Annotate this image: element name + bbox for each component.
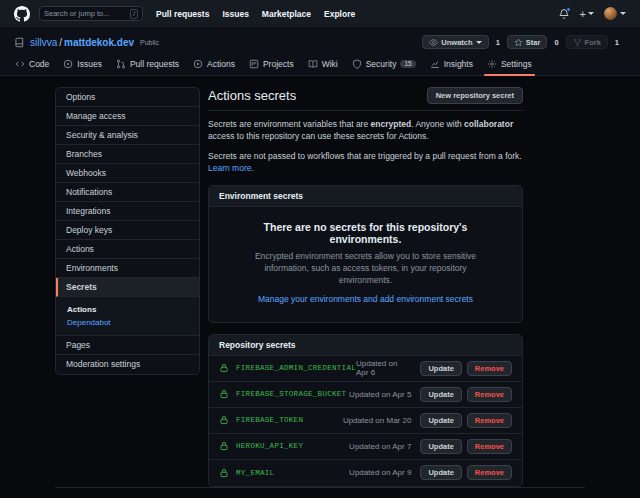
subnav-item-dependabot[interactable]: Dependabot: [56, 316, 199, 329]
update-secret-button[interactable]: Update: [420, 465, 461, 480]
watch-count[interactable]: 1: [496, 38, 500, 47]
new-repository-secret-button[interactable]: New repository secret: [427, 87, 523, 104]
code-icon: [15, 59, 25, 69]
create-new-menu[interactable]: +: [580, 8, 594, 20]
notifications-bell-icon[interactable]: [558, 8, 570, 20]
fork-button[interactable]: Fork: [566, 35, 608, 49]
sidebar-item-pages[interactable]: Pages: [56, 336, 199, 355]
security-count-badge: 15: [400, 60, 415, 69]
environment-secrets-header: Environment secrets: [209, 186, 522, 207]
secret-name: FIREBASE_STORAGE_BUCKET: [236, 390, 346, 398]
tab-security[interactable]: Security 15: [345, 55, 423, 75]
chevron-down-icon: [620, 12, 626, 15]
github-logo-icon[interactable]: [14, 6, 30, 22]
fork-note: Secrets are not passed to workflows that…: [208, 150, 523, 175]
tab-wiki[interactable]: Wiki: [301, 55, 345, 75]
secret-name: FIREBASE_TOKEN: [236, 416, 303, 424]
chevron-down-icon: [588, 12, 594, 15]
remove-secret-button[interactable]: Remove: [467, 413, 512, 428]
graph-icon: [430, 59, 440, 69]
secret-row: HEROKU_API_KEY Updated on Apr 7 Update R…: [209, 434, 522, 460]
tab-projects[interactable]: Projects: [242, 55, 301, 75]
update-secret-button[interactable]: Update: [420, 413, 461, 428]
unwatch-button[interactable]: Unwatch: [422, 35, 488, 49]
subnav-item-actions[interactable]: Actions: [56, 302, 199, 316]
sidebar-item-environments[interactable]: Environments: [56, 259, 199, 278]
learn-more-link[interactable]: Learn more.: [208, 163, 254, 173]
secret-row: MY_EMAIL Updated on Apr 9 Update Remove: [209, 460, 522, 486]
empty-state-title: There are no secrets for this repository…: [227, 221, 504, 245]
tab-code[interactable]: Code: [8, 55, 56, 75]
secret-name: HEROKU_API_KEY: [236, 442, 303, 450]
remove-secret-button[interactable]: Remove: [467, 361, 512, 376]
search-placeholder: Search or jump to...: [44, 9, 130, 18]
secret-updated: Updated on Apr 9: [349, 468, 411, 477]
secrets-subnav: Actions Dependabot: [56, 297, 199, 336]
repo-header: sillvva / mattdekok.dev Public Unwatch 1…: [0, 27, 640, 76]
secret-updated: Updated on Apr 5: [349, 390, 411, 399]
lock-icon: [219, 468, 229, 478]
sidebar-item-webhooks[interactable]: Webhooks: [56, 164, 199, 183]
play-icon: [193, 59, 203, 69]
secret-updated: Updated on Apr 7: [349, 442, 411, 451]
star-icon: [514, 38, 523, 47]
update-secret-button[interactable]: Update: [420, 361, 461, 376]
repo-owner-link[interactable]: sillvva: [30, 37, 57, 48]
book-icon: [308, 59, 318, 69]
repository-secrets-header: Repository secrets: [209, 335, 522, 356]
repo-name-link[interactable]: mattdekok.dev: [64, 37, 134, 48]
secret-row: FIREBASE_ADMIN_CREDENTIAL Updated on Apr…: [209, 356, 522, 382]
global-nav: Pull requests Issues Marketplace Explore: [156, 9, 355, 19]
manage-environments-link[interactable]: Manage your environments and add environ…: [258, 294, 473, 304]
settings-sidebar: Options Manage access Security & analysi…: [55, 87, 200, 375]
user-menu[interactable]: [604, 7, 626, 20]
remove-secret-button[interactable]: Remove: [467, 465, 512, 480]
tab-pull-requests[interactable]: Pull requests: [109, 55, 186, 75]
tab-issues[interactable]: Issues: [56, 55, 109, 75]
environment-secrets-empty-state: There are no secrets for this repository…: [209, 207, 522, 322]
sidebar-item-integrations[interactable]: Integrations: [56, 202, 199, 221]
search-input[interactable]: Search or jump to... /: [39, 6, 143, 21]
update-secret-button[interactable]: Update: [420, 387, 461, 402]
project-icon: [249, 59, 259, 69]
sidebar-item-options[interactable]: Options: [56, 88, 199, 107]
unwatch-label: Unwatch: [441, 38, 472, 47]
fork-label: Fork: [585, 38, 601, 47]
tab-insights[interactable]: Insights: [423, 55, 480, 75]
fork-count[interactable]: 1: [615, 38, 619, 47]
shield-icon: [352, 59, 362, 69]
sidebar-item-moderation-settings[interactable]: Moderation settings: [56, 355, 199, 374]
gear-icon: [487, 59, 497, 69]
update-secret-button[interactable]: Update: [420, 439, 461, 454]
nav-marketplace[interactable]: Marketplace: [262, 9, 311, 19]
repo-tabs: Code Issues Pull requests Actions Projec…: [0, 50, 640, 76]
avatar: [604, 7, 617, 20]
nav-explore[interactable]: Explore: [324, 9, 355, 19]
fork-icon: [573, 38, 582, 47]
nav-pull-requests[interactable]: Pull requests: [156, 9, 209, 19]
tab-settings[interactable]: Settings: [480, 55, 539, 75]
secrets-description: Secrets are environment variables that a…: [208, 118, 523, 143]
star-label: Star: [526, 38, 541, 47]
star-count[interactable]: 0: [554, 38, 558, 47]
remove-secret-button[interactable]: Remove: [467, 387, 512, 402]
slash-key-hint: /: [130, 9, 138, 19]
sidebar-item-notifications[interactable]: Notifications: [56, 183, 199, 202]
remove-secret-button[interactable]: Remove: [467, 439, 512, 454]
pull-request-icon: [116, 59, 126, 69]
repository-secrets-box: Repository secrets FIREBASE_ADMIN_CREDEN…: [208, 334, 523, 487]
sidebar-item-actions[interactable]: Actions: [56, 240, 199, 259]
sidebar-item-branches[interactable]: Branches: [56, 145, 199, 164]
tab-actions[interactable]: Actions: [186, 55, 242, 75]
sidebar-item-security-analysis[interactable]: Security & analysis: [56, 126, 199, 145]
repo-separator: /: [59, 37, 62, 48]
chevron-down-icon: [476, 41, 482, 44]
star-button[interactable]: Star: [507, 35, 548, 49]
lock-icon: [219, 389, 229, 399]
site-footer: © 2021 GitHub, Inc. Terms Privacy Securi…: [0, 487, 640, 498]
sidebar-item-deploy-keys[interactable]: Deploy keys: [56, 221, 199, 240]
lock-icon: [219, 441, 229, 451]
sidebar-item-manage-access[interactable]: Manage access: [56, 107, 199, 126]
nav-issues[interactable]: Issues: [222, 9, 248, 19]
sidebar-item-secrets[interactable]: Secrets: [56, 278, 199, 297]
